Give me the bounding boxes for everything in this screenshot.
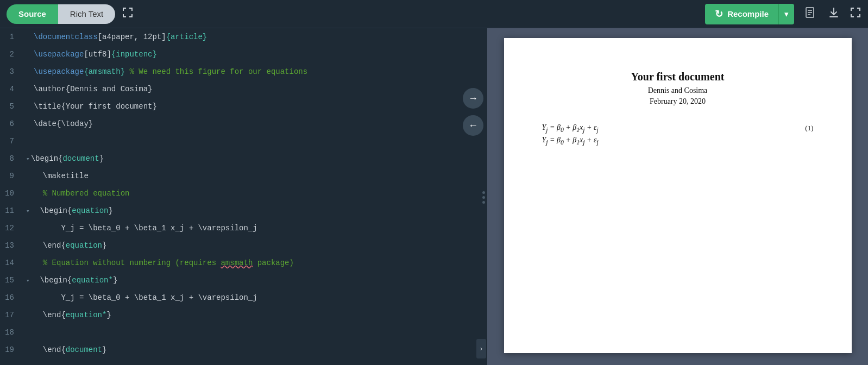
- editor-scroll[interactable]: 1\documentclass[a4paper, 12pt]{article}2…: [0, 28, 459, 365]
- line-content[interactable]: \maketitle: [22, 167, 459, 185]
- pdf-page: Your first document Dennis and Cosima Fe…: [504, 38, 852, 353]
- line-number: 18: [0, 324, 22, 341]
- table-row: 15▾ \begin{equation*}: [0, 272, 459, 289]
- line-number: 4: [0, 80, 22, 98]
- line-content[interactable]: \usepackage[utf8]{inputenc}: [22, 46, 459, 63]
- table-row: 17 \end{equation*}: [0, 306, 459, 324]
- tab-source[interactable]: Source: [7, 4, 58, 24]
- expand-mid-button[interactable]: ›: [476, 339, 486, 358]
- line-number: 8: [0, 150, 22, 167]
- line-content[interactable]: \end{equation*}: [22, 306, 459, 324]
- expand-preview-icon[interactable]: [850, 7, 861, 22]
- preview-panel: Your first document Dennis and Cosima Fe…: [487, 28, 868, 365]
- table-row: 6\date{\today}: [0, 115, 459, 133]
- dot-2: [482, 196, 485, 199]
- line-number: 10: [0, 185, 22, 202]
- line-number: 7: [0, 133, 22, 150]
- latex-text: \title{Your first document}: [34, 102, 157, 111]
- chevron-right-icon: ›: [480, 345, 482, 353]
- table-row: 7: [0, 133, 459, 150]
- latex-comment: package): [253, 259, 294, 267]
- line-content[interactable]: [22, 133, 459, 150]
- pdf-author: Dennis and Cosima: [542, 86, 814, 95]
- latex-text: \end{: [34, 241, 66, 250]
- line-content[interactable]: \end{equation}: [22, 237, 459, 254]
- equation-1-number: (1): [805, 124, 813, 133]
- line-content[interactable]: % Numbered equation: [22, 185, 459, 202]
- line-number: 2: [0, 46, 22, 63]
- latex-text: }: [102, 345, 106, 354]
- navigate-back-button[interactable]: ←: [463, 115, 483, 136]
- table-row: 13 \end{equation}: [0, 237, 459, 254]
- recompile-dropdown-button[interactable]: ▾: [778, 4, 794, 24]
- scroll-indicator: [482, 191, 485, 204]
- line-number: 9: [0, 167, 22, 185]
- line-number: 6: [0, 115, 22, 133]
- latex-comment: % We need this figure for our equations: [129, 67, 307, 76]
- main-content: 1\documentclass[a4paper, 12pt]{article}2…: [0, 28, 868, 365]
- latex-text: \begin{: [31, 154, 63, 163]
- latex-keyword: equation*: [72, 276, 113, 285]
- latex-text: \maketitle: [34, 172, 89, 180]
- divider-panel: → ← ›: [459, 28, 487, 365]
- code-editor: 1\documentclass[a4paper, 12pt]{article}2…: [0, 28, 459, 358]
- latex-text: }: [113, 276, 117, 285]
- latex-text: }: [99, 154, 104, 163]
- line-number: 5: [0, 98, 22, 115]
- recompile-label: Recompile: [727, 9, 769, 18]
- line-number: 11: [0, 202, 22, 219]
- latex-text: }: [102, 241, 106, 250]
- line-content[interactable]: ▾\begin{document}: [22, 150, 459, 167]
- fold-arrow[interactable]: ▾: [26, 208, 30, 215]
- equation-2-line: Yj = β0 + β1xj + εj: [542, 136, 814, 146]
- fold-arrow[interactable]: ▾: [26, 278, 30, 284]
- latex-command: \documentclass: [34, 33, 98, 41]
- line-content[interactable]: Y_j = \beta_0 + \beta_1 x_j + \varepsilo…: [22, 219, 459, 237]
- line-content[interactable]: ▾ \begin{equation*}: [22, 272, 459, 289]
- latex-text: }: [106, 311, 111, 319]
- recompile-button[interactable]: ↻ Recompile: [705, 4, 778, 24]
- line-content[interactable]: \documentclass[a4paper, 12pt]{article}: [22, 28, 459, 46]
- table-row: 16 Y_j = \beta_0 + \beta_1 x_j + \vareps…: [0, 289, 459, 306]
- line-content[interactable]: \date{\today}: [22, 115, 459, 133]
- table-row: 14 % Equation without numbering (require…: [0, 254, 459, 272]
- expand-editor-icon[interactable]: [122, 7, 134, 22]
- line-number: 16: [0, 289, 22, 306]
- recompile-icon: ↻: [715, 8, 723, 20]
- dropdown-arrow-icon: ▾: [784, 9, 789, 19]
- equation-1-line: Yj = β0 + β1xj + εj (1): [542, 123, 814, 134]
- latex-keyword: equation: [72, 206, 108, 215]
- arrow-left-icon: ←: [468, 120, 478, 131]
- document-icon-button[interactable]: [802, 4, 818, 23]
- table-row: 11▾ \begin{equation}: [0, 202, 459, 219]
- latex-text: \end{: [34, 345, 66, 354]
- line-content[interactable]: % Equation without numbering (requires a…: [22, 254, 459, 272]
- latex-text: \author{Dennis and Cosima}: [34, 85, 152, 93]
- fold-arrow[interactable]: ▾: [26, 156, 30, 162]
- line-content[interactable]: \end{document}: [22, 341, 459, 358]
- table-row: 5\title{Your first document}: [0, 98, 459, 115]
- latex-command: \usepackage: [34, 50, 84, 59]
- dot-1: [482, 191, 485, 194]
- arrow-right-icon: →: [468, 93, 478, 104]
- line-content[interactable]: \author{Dennis and Cosima}: [22, 80, 459, 98]
- dot-3: [482, 201, 485, 204]
- toolbar: Source Rich Text ↻ Recompile ▾: [0, 0, 868, 28]
- line-content[interactable]: \usepackage{amsmath} % We need this figu…: [22, 63, 459, 80]
- table-row: 9 \maketitle: [0, 167, 459, 185]
- table-row: 3\usepackage{amsmath} % We need this fig…: [0, 63, 459, 80]
- navigate-forward-button[interactable]: →: [463, 88, 483, 109]
- line-content[interactable]: \title{Your first document}: [22, 98, 459, 115]
- tab-richtext[interactable]: Rich Text: [58, 4, 115, 24]
- download-icon-button[interactable]: [826, 4, 842, 23]
- table-row: 12 Y_j = \beta_0 + \beta_1 x_j + \vareps…: [0, 219, 459, 237]
- editor-panel: 1\documentclass[a4paper, 12pt]{article}2…: [0, 28, 459, 365]
- line-number: 3: [0, 63, 22, 80]
- pdf-title-section: Your first document Dennis and Cosima Fe…: [542, 71, 814, 106]
- line-content[interactable]: ▾ \begin{equation}: [22, 202, 459, 219]
- latex-text: [utf8]: [84, 50, 111, 59]
- table-row: 18: [0, 324, 459, 341]
- right-toolbar: ↻ Recompile ▾: [705, 4, 861, 24]
- line-content[interactable]: [22, 324, 459, 341]
- line-content[interactable]: Y_j = \beta_0 + \beta_1 x_j + \varepsilo…: [22, 289, 459, 306]
